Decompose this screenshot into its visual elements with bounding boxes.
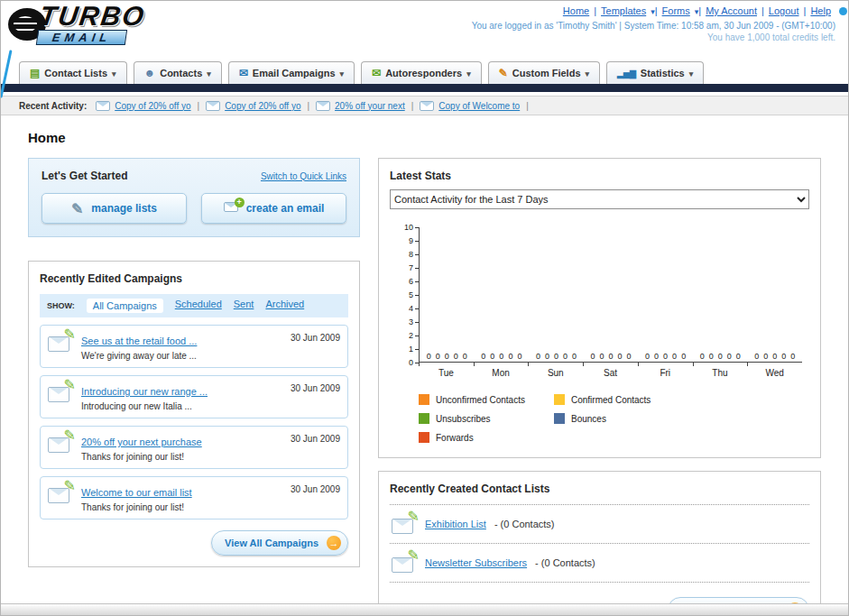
envelope-pencil-icon	[48, 332, 73, 352]
campaign-filter[interactable]: All Campaigns	[87, 299, 163, 313]
envelope-pencil-icon	[392, 553, 417, 573]
contact-list-items: Exhibition List - (0 Contacts) Newslette…	[390, 504, 809, 583]
view-all-campaigns-button[interactable]: View All Campaigns	[211, 530, 348, 556]
campaign-filter[interactable]: Scheduled	[175, 299, 222, 313]
chart-zero-labels: 00000000000000000000000000000000000	[420, 352, 802, 361]
recent-activity-link[interactable]: Copy of Welcome to	[438, 101, 520, 111]
envelope-icon	[316, 101, 330, 111]
plus-icon	[235, 198, 245, 207]
top-nav-links: Home Templates Forms My Account	[472, 5, 835, 16]
envelope-pencil-icon	[392, 514, 417, 534]
recent-activity-link[interactable]: Copy of 20% off yo	[115, 101, 190, 111]
get-started-title: Let's Get Started	[42, 170, 128, 182]
contact-list-link[interactable]: Newsletter Subscribers	[425, 557, 527, 568]
logo-title: TURBO	[38, 4, 147, 29]
nav-tab[interactable]: Autoresponders	[361, 61, 482, 84]
left-column: Let's Get Started Switch to Quick Links …	[28, 158, 360, 567]
contact-list-link[interactable]: Exhibition List	[425, 519, 486, 529]
top-nav-link[interactable]: Templates	[601, 5, 646, 16]
campaign-date: 30 Jun 2009	[291, 333, 340, 343]
campaign-subtitle: We're giving away our late ...	[81, 351, 282, 361]
arrow-right-icon	[327, 536, 341, 550]
campaign-filter-bar: SHOW: All Campaigns Scheduled Sent Archi…	[40, 294, 348, 317]
recent-activity-item: Copy of 20% off yo	[206, 101, 309, 111]
campaign-title-link[interactable]: See us at the retail food ...	[81, 336, 197, 346]
recent-contact-lists-title: Recently Created Contact Lists	[390, 483, 809, 495]
latest-stats-title: Latest Stats	[390, 170, 809, 182]
recent-activity-items: Copy of 20% off yo Copy of 20% off yo 20…	[96, 101, 535, 111]
top-nav-item: Templates	[596, 5, 658, 16]
top-nav-link[interactable]: Help	[810, 5, 831, 16]
nav-tab-label: Autoresponders	[385, 68, 462, 78]
contact-list-count: - (0 Contacts)	[535, 557, 595, 568]
show-label: SHOW:	[47, 301, 75, 310]
header: TURBO EMAIL Home Templates Forms	[1, 1, 848, 59]
nav-tab[interactable]: Custom Fields	[488, 61, 600, 84]
blue-dot-decoration	[839, 7, 847, 15]
top-nav-link[interactable]: Forms	[662, 5, 690, 16]
create-email-button[interactable]: create an email	[201, 193, 346, 224]
envelope-pencil-icon	[48, 433, 73, 453]
campaign-title-link[interactable]: 20% off your next purchase	[81, 437, 202, 447]
campaign-list-item: 20% off your next purchase Thanks for jo…	[40, 426, 348, 469]
login-info: You are logged in as 'Timothy Smith' | S…	[472, 21, 835, 31]
top-nav-item: Logout	[764, 5, 807, 16]
nav-tab[interactable]: Statistics	[606, 61, 704, 84]
chart-plot-area: 00000000000000000000000000000000000	[419, 227, 802, 363]
nav-tab[interactable]: Contacts	[134, 61, 222, 84]
email-campaigns-icon	[239, 67, 248, 79]
campaign-title-link[interactable]: Introducing our new range ...	[81, 386, 208, 397]
contact-lists-icon	[30, 67, 40, 79]
statistics-icon	[617, 68, 636, 78]
top-nav-link[interactable]: Logout	[769, 5, 799, 16]
campaign-subtitle: Introducing our new Italia ...	[81, 401, 282, 411]
envelope-pencil-icon	[48, 483, 73, 503]
legend-item: Unconfirmed Contacts	[419, 394, 554, 405]
recent-contact-lists-panel: Recently Created Contact Lists Exhibitio…	[378, 471, 821, 616]
campaign-subtitle: Thanks for joining our list!	[81, 502, 282, 512]
recent-activity-link[interactable]: 20% off your next	[335, 101, 405, 111]
chevron-down-icon	[112, 68, 116, 78]
chart-y-axis: 109876543210	[397, 227, 419, 363]
campaign-subtitle: Thanks for joining our list!	[81, 452, 282, 462]
switch-quick-links-link[interactable]: Switch to Quick Links	[261, 171, 346, 181]
legend-item: Confirmed Contacts	[554, 394, 689, 405]
recent-activity-bar: Recent Activity: Copy of 20% off yo Copy…	[1, 96, 848, 115]
autoresponders-icon	[372, 67, 381, 79]
campaign-list-item: Welcome to our email list Thanks for joi…	[40, 476, 348, 519]
contacts-icon	[144, 67, 156, 79]
recent-activity-item: Copy of 20% off yo	[96, 101, 199, 111]
nav-tab-label: Statistics	[641, 68, 685, 78]
footer-bar	[1, 603, 848, 615]
manage-lists-label: manage lists	[91, 202, 157, 215]
chart-legend: Unconfirmed ContactsConfirmed ContactsUn…	[419, 394, 802, 443]
legend-item: Unsubscribes	[419, 413, 554, 424]
campaign-date: 30 Jun 2009	[291, 434, 340, 444]
manage-lists-button[interactable]: manage lists	[42, 193, 187, 224]
recent-campaigns-title: Recently Edited Campaigns	[40, 272, 348, 285]
recent-activity-label: Recent Activity:	[19, 101, 87, 111]
chart-x-axis: TueMonSunSatFriThuWed	[419, 363, 802, 378]
campaign-filter[interactable]: Archived	[265, 299, 304, 313]
contact-list-count: - (0 Contacts)	[494, 519, 555, 529]
campaign-list-item: Introducing our new range ... Introducin…	[40, 375, 348, 418]
nav-tab[interactable]: Contact Lists	[19, 61, 127, 84]
divider-bar	[1, 84, 848, 92]
top-nav-link[interactable]: My Account	[706, 5, 757, 16]
header-right: Home Templates Forms My Account	[472, 5, 835, 42]
campaign-list-item: See us at the retail food ... We're givi…	[40, 325, 348, 368]
nav-tab[interactable]: Email Campaigns	[228, 61, 355, 84]
legend-item: Forwards	[419, 432, 554, 443]
top-nav-link[interactable]: Home	[563, 5, 589, 16]
campaign-filter[interactable]: Sent	[234, 299, 254, 313]
logo-subtitle: EMAIL	[36, 30, 128, 45]
campaign-date: 30 Jun 2009	[291, 383, 340, 393]
campaign-title-link[interactable]: Welcome to our email list	[81, 487, 192, 498]
latest-stats-panel: Latest Stats Contact Activity for the La…	[378, 158, 821, 458]
stats-period-select[interactable]: Contact Activity for the Last 7 Days	[390, 189, 809, 209]
recent-activity-link[interactable]: Copy of 20% off yo	[225, 101, 300, 111]
nav-tab-label: Contact Lists	[44, 68, 107, 78]
chevron-down-icon	[586, 68, 590, 78]
recent-campaigns-panel: Recently Edited Campaigns SHOW: All Camp…	[28, 261, 360, 567]
chevron-down-icon	[340, 68, 345, 78]
